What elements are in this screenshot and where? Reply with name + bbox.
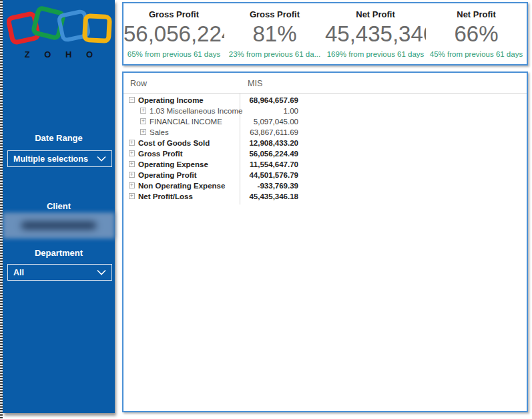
kpi-card[interactable]: Net Profit 66% 45% from previous 61 days <box>426 3 527 64</box>
expand-icon[interactable] <box>140 108 146 114</box>
chevron-down-icon <box>97 156 106 162</box>
kpi-card[interactable]: Net Profit 45,435,346 169% from previous… <box>325 3 426 64</box>
row-value: -933,769.39 <box>241 182 298 190</box>
matrix-column-header-mis: MIS <box>248 79 262 88</box>
table-row[interactable]: Operating Income 68,964,657.69 <box>123 96 527 106</box>
table-row[interactable]: Operating Profit 44,501,576.79 <box>123 170 527 181</box>
matrix-visual: Row MIS Operating Income 68,964,657.69 1… <box>122 72 528 412</box>
kpi-card[interactable]: Gross Profit 81% 23% from previous 61 da… <box>224 3 325 64</box>
expand-icon[interactable] <box>140 129 146 135</box>
row-label: Non Operating Expense <box>138 182 225 190</box>
date-range-dropdown[interactable]: Multiple selections <box>7 150 112 167</box>
zoho-logo-text: Z O H O <box>3 49 115 59</box>
kpi-value: 56,056,224 <box>123 20 224 48</box>
department-dropdown[interactable]: All <box>7 264 112 281</box>
row-label: Net Profit/Loss <box>138 192 193 200</box>
kpi-change-subtitle: 65% from previous 61 days <box>123 50 224 58</box>
client-label: Client <box>3 201 115 211</box>
row-value: 5,097,045.00 <box>241 118 298 126</box>
blurred-text-smudge <box>21 222 96 229</box>
row-label: Gross Profit <box>138 150 182 158</box>
kpi-title: Gross Profit <box>123 9 224 19</box>
kpi-title: Net Profit <box>426 9 527 19</box>
kpi-title: Net Profit <box>325 9 426 19</box>
expand-icon[interactable] <box>129 150 135 156</box>
row-value: 12,908,433.20 <box>241 139 298 147</box>
client-value-blurred[interactable] <box>3 213 115 239</box>
zoho-logo: Z O H O <box>3 5 115 67</box>
date-range-value: Multiple selections <box>13 154 88 164</box>
row-label: Operating Income <box>138 96 204 104</box>
row-value: 44,501,576.79 <box>241 171 298 179</box>
expand-icon[interactable] <box>140 118 146 124</box>
matrix-column-header-row: Row <box>130 79 147 88</box>
expand-icon[interactable] <box>129 161 135 167</box>
table-row[interactable]: Gross Profit 56,056,224.49 <box>123 149 527 160</box>
kpi-value: 66% <box>426 20 527 48</box>
row-label: 1.03 Miscellaneous Income <box>150 107 242 115</box>
expand-icon[interactable] <box>129 140 135 146</box>
table-row[interactable]: Operating Expense 11,554,647.70 <box>123 160 527 170</box>
table-row[interactable]: FINANCIAL INCOME 5,097,045.00 <box>123 117 527 128</box>
row-value: 11,554,647.70 <box>241 160 298 168</box>
table-row[interactable]: Non Operating Expense -933,769.39 <box>123 181 527 192</box>
row-value: 56,056,224.49 <box>241 150 298 158</box>
expand-icon[interactable] <box>129 172 135 178</box>
logo-square-yellow-icon <box>82 13 112 43</box>
row-label: FINANCIAL INCOME <box>150 118 222 126</box>
expand-icon[interactable] <box>129 193 135 199</box>
row-value: 63,867,611.69 <box>241 128 298 136</box>
row-value: 45,435,346.18 <box>241 192 298 200</box>
department-value: All <box>13 268 24 277</box>
expand-icon[interactable] <box>129 182 135 188</box>
kpi-card[interactable]: Gross Profit 56,056,224 65% from previou… <box>123 3 224 64</box>
kpi-change-subtitle: 23% from previous 61 da... <box>224 50 325 58</box>
table-row[interactable]: Cost of Goods Sold 12,908,433.20 <box>123 138 527 149</box>
chevron-down-icon <box>97 269 106 275</box>
row-label: Sales <box>150 128 169 136</box>
date-range-label: Date Range <box>3 133 115 143</box>
table-row[interactable]: Net Profit/Loss 45,435,346.18 <box>123 192 527 202</box>
kpi-change-subtitle: 169% from previous 61 days <box>325 50 426 58</box>
row-value: 1.00 <box>241 107 298 115</box>
collapse-icon[interactable] <box>129 97 135 103</box>
table-row[interactable]: 1.03 Miscellaneous Income 1.00 <box>123 106 527 117</box>
kpi-value: 45,435,346 <box>325 20 426 48</box>
row-label: Cost of Goods Sold <box>138 139 210 147</box>
kpi-change-subtitle: 45% from previous 61 days <box>426 50 527 58</box>
kpi-strip: Gross Profit 56,056,224 65% from previou… <box>122 2 528 65</box>
row-label: Operating Profit <box>138 171 197 179</box>
row-value: 68,964,657.69 <box>241 96 298 104</box>
department-label: Department <box>3 248 115 258</box>
row-label: Operating Expense <box>138 160 208 168</box>
kpi-value: 81% <box>224 20 325 48</box>
kpi-title: Gross Profit <box>224 9 325 19</box>
table-row[interactable]: Sales 63,867,611.69 <box>123 128 527 138</box>
sidebar: Z O H O Date Range Multiple selections C… <box>3 0 115 413</box>
header-underline <box>123 93 527 94</box>
